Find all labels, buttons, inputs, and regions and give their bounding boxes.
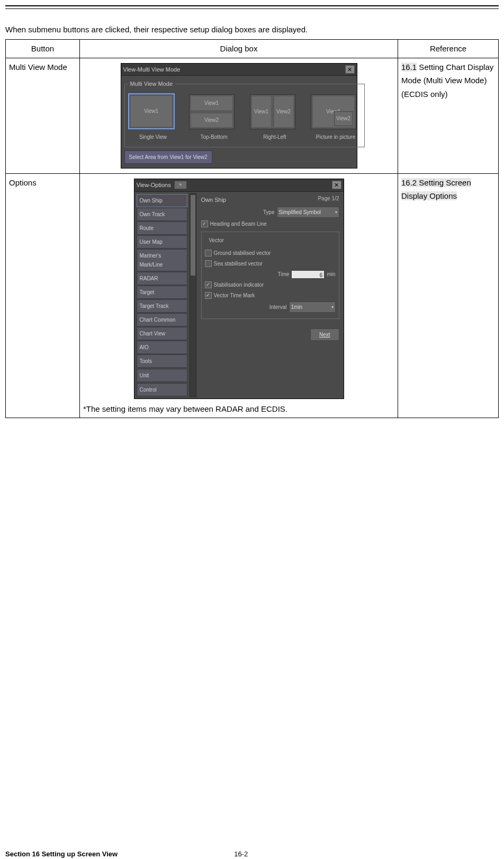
header-rule-thin xyxy=(5,8,499,9)
sidebar-item-target-track[interactable]: Target Track xyxy=(137,299,187,313)
chevron-down-icon: ▾ xyxy=(331,304,334,311)
cell-reference-multiview: 16.1 Setting Chart Display Mode (Multi V… xyxy=(398,58,499,173)
footer-page-number: 16-2 xyxy=(234,850,248,858)
footer-section: Section 16 Setting up Screen View xyxy=(5,850,118,858)
options-dialog: View-Options » ✕ Own Ship Own Track Rout… xyxy=(134,179,344,399)
sidebar-scrollbar[interactable] xyxy=(190,193,196,397)
table-row: Options View-Options » ✕ Own Ship xyxy=(6,173,499,418)
time-input[interactable]: 6 xyxy=(291,270,325,279)
cell-button-options: Options xyxy=(6,173,80,418)
multiview-caption: Picture in picture xyxy=(311,132,361,141)
sidebar-item-own-ship[interactable]: Own Ship xyxy=(137,194,187,207)
page-footer: Section 16 Setting up Screen View 16-2 xyxy=(5,850,499,858)
options-sidebar: Own Ship Own Track Route User Map Marine… xyxy=(134,192,197,398)
heading-checkbox[interactable]: ✓ xyxy=(201,220,208,227)
sidebar-item-chart-view[interactable]: Chart View xyxy=(137,327,187,340)
type-label: Type xyxy=(263,208,275,217)
vector-time-mark-checkbox[interactable]: ✓ xyxy=(205,292,212,299)
dialog-title: View-Options xyxy=(137,180,171,190)
time-unit: min xyxy=(327,270,335,279)
time-label: Time xyxy=(278,270,290,279)
stabilisation-label: Stabilisation indicator xyxy=(214,280,264,289)
multiview-option-topbottom[interactable]: View1 View2 Top-Bottom xyxy=(189,94,239,141)
multiview-caption: Single View xyxy=(128,132,178,141)
vector-legend: Vector xyxy=(207,236,226,245)
sidebar-item-target[interactable]: Target xyxy=(137,286,187,299)
multiview-caption: Top-Bottom xyxy=(189,132,239,141)
table-row: Multi View Mode View-Multi View Mode ✕ M… xyxy=(6,58,499,173)
col-header-dialog: Dialog box xyxy=(80,40,398,58)
close-icon[interactable]: ✕ xyxy=(345,65,355,74)
options-footnote: *The setting items may vary between RADA… xyxy=(83,402,394,416)
type-select[interactable]: Simplified Symbol ▾ xyxy=(277,207,339,218)
interval-label: Interval xyxy=(269,303,287,312)
next-button[interactable]: Next xyxy=(310,329,339,341)
sidebar-item-chart-common[interactable]: Chart Common xyxy=(137,313,187,326)
cell-dialog-multiview: View-Multi View Mode ✕ Multi View Mode V… xyxy=(80,58,398,173)
interval-value: 1min xyxy=(291,303,303,312)
submenu-table: Button Dialog box Reference Multi View M… xyxy=(5,39,499,418)
intro-text: When submenu buttons are clicked, their … xyxy=(5,25,499,34)
thumb-cell: View1 xyxy=(191,96,232,110)
sidebar-item-route[interactable]: Route xyxy=(137,222,187,235)
multiview-legend: Multi View Mode xyxy=(128,79,175,89)
multiview-dialog: View-Multi View Mode ✕ Multi View Mode V… xyxy=(121,63,357,169)
chevron-down-icon: ▾ xyxy=(335,209,337,216)
sidebar-item-tools[interactable]: Tools xyxy=(137,355,187,368)
col-header-button: Button xyxy=(6,40,80,58)
multiview-caption: Right-Left xyxy=(250,132,300,141)
sidebar-item-user-map[interactable]: User Map xyxy=(137,235,187,249)
header-rule-thick xyxy=(5,5,499,6)
sidebar-item-aio[interactable]: AIO xyxy=(137,341,187,354)
multiview-option-single[interactable]: View1 Single View xyxy=(128,93,178,141)
multiview-option-pip[interactable]: View1 View2 Picture in picture xyxy=(311,94,361,141)
multiview-option-rightleft[interactable]: View1 View2 Right-Left xyxy=(250,94,300,141)
reference-link-16-2: 16.2 Setting Screen Display Options xyxy=(401,178,471,201)
ground-label: Ground stabilised vector xyxy=(214,249,271,258)
cell-reference-options: 16.2 Setting Screen Display Options xyxy=(398,173,499,418)
reference-link-16-1: 16.1 xyxy=(401,63,417,72)
vector-time-mark-label: Vector Time Mark xyxy=(214,291,255,300)
sea-checkbox[interactable] xyxy=(205,260,212,267)
thumb-cell: View2 xyxy=(274,96,293,127)
sidebar-item-radar[interactable]: RADAR xyxy=(137,272,187,285)
close-icon[interactable]: ✕ xyxy=(332,181,341,189)
type-value: Simplified Symbol xyxy=(279,208,321,217)
sea-label: Sea stabilised vector xyxy=(214,259,263,268)
col-header-reference: Reference xyxy=(398,40,499,58)
interval-select[interactable]: 1min ▾ xyxy=(289,302,336,313)
cell-dialog-options: View-Options » ✕ Own Ship Own Track Rout… xyxy=(80,173,398,418)
thumb-cell: View1 xyxy=(252,96,271,127)
page-indicator: Page 1/2 xyxy=(318,194,339,203)
stabilisation-checkbox[interactable]: ✓ xyxy=(205,281,212,288)
sidebar-item-mariners-mark[interactable]: Mariner's Mark/Line xyxy=(137,249,187,271)
heading-label: Heading and Beam Line xyxy=(210,219,267,228)
sidebar-item-own-track[interactable]: Own Track xyxy=(137,208,187,221)
thumb-cell: View1 xyxy=(131,96,172,127)
thumb-cell: View2 xyxy=(334,111,353,126)
dialog-title: View-Multi View Mode xyxy=(123,65,181,75)
ground-checkbox[interactable] xyxy=(205,250,212,256)
thumb-cell: View2 xyxy=(191,113,232,127)
sidebar-item-unit[interactable]: Unit xyxy=(137,369,187,382)
sidebar-item-control[interactable]: Control xyxy=(137,383,187,396)
collapse-icon[interactable]: » xyxy=(174,181,187,189)
cell-button-multiview: Multi View Mode xyxy=(6,58,80,173)
select-area-button[interactable]: Select Area from View1 for View2 xyxy=(124,150,212,164)
